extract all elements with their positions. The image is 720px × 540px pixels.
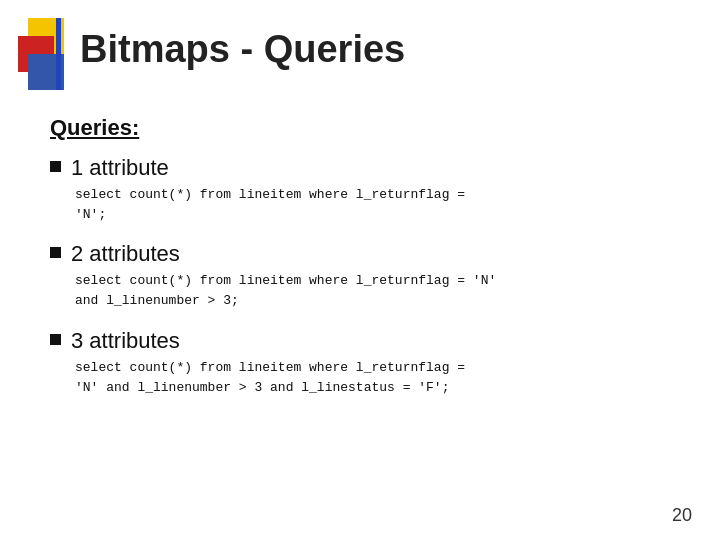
bullet-square (50, 334, 61, 345)
item-content-1: 1 attribute select count(*) from lineite… (71, 155, 690, 235)
item-heading-2: 2 attributes (71, 241, 690, 267)
bullet-list: 1 attribute select count(*) from lineite… (50, 155, 690, 408)
bullet-square (50, 161, 61, 172)
page-title: Bitmaps - Queries (80, 28, 405, 71)
bullet-square (50, 247, 61, 258)
code-line-2-1: select count(*) from lineitem where l_re… (75, 273, 496, 288)
code-line-1-2: 'N'; (75, 207, 106, 222)
queries-heading: Queries: (50, 115, 690, 141)
list-item: 2 attributes select count(*) from lineit… (50, 241, 690, 321)
decoration (18, 18, 70, 90)
blue-vertical-bar (56, 18, 61, 90)
item-content-2: 2 attributes select count(*) from lineit… (71, 241, 690, 321)
code-block-3: select count(*) from lineitem where l_re… (75, 358, 690, 398)
code-line-3-1: select count(*) from lineitem where l_re… (75, 360, 465, 375)
code-line-2-2: and l_linenumber > 3; (75, 293, 239, 308)
item-content-3: 3 attributes select count(*) from lineit… (71, 328, 690, 408)
list-item: 3 attributes select count(*) from lineit… (50, 328, 690, 408)
code-line-1-1: select count(*) from lineitem where l_re… (75, 187, 465, 202)
code-block-2: select count(*) from lineitem where l_re… (75, 271, 690, 311)
item-heading-1: 1 attribute (71, 155, 690, 181)
main-content: Queries: 1 attribute select count(*) fro… (50, 115, 690, 414)
list-item: 1 attribute select count(*) from lineite… (50, 155, 690, 235)
code-line-3-2: 'N' and l_linenumber > 3 and l_linestatu… (75, 380, 449, 395)
page-number: 20 (672, 505, 692, 526)
item-heading-3: 3 attributes (71, 328, 690, 354)
code-block-1: select count(*) from lineitem where l_re… (75, 185, 690, 225)
